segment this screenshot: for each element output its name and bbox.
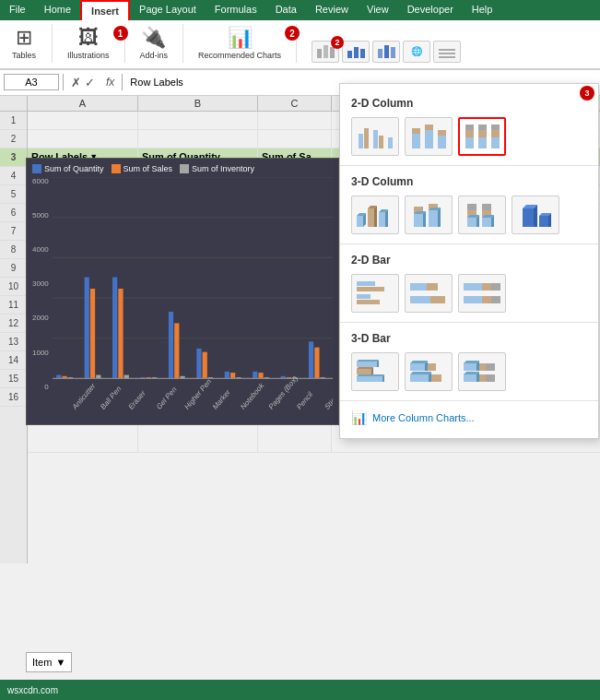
clustered-bar-btn[interactable] xyxy=(351,274,399,313)
legend-quantity-color xyxy=(32,164,41,173)
svg-rect-99 xyxy=(539,216,548,227)
tab-data[interactable]: Data xyxy=(266,0,306,20)
3d-clustered-bar-btn[interactable] xyxy=(351,352,399,391)
svg-rect-104 xyxy=(357,294,371,299)
svg-rect-45 xyxy=(309,341,313,378)
svg-marker-81 xyxy=(423,211,426,227)
3d-100stacked-bar-btn[interactable] xyxy=(458,352,506,391)
3d-stacked-btn[interactable] xyxy=(405,196,453,234)
svg-rect-2 xyxy=(330,47,335,58)
svg-rect-36 xyxy=(225,372,229,378)
tables-label: Tables xyxy=(12,51,36,61)
cell-a2[interactable] xyxy=(28,130,138,148)
tab-help[interactable]: Help xyxy=(463,0,502,20)
stacked-bar-btn[interactable] xyxy=(405,274,453,313)
item-label: Item xyxy=(32,657,52,668)
divider-3 xyxy=(340,322,598,323)
row-num-16: 16 xyxy=(0,388,27,407)
column-chart-btn-3[interactable] xyxy=(372,41,400,63)
svg-rect-96 xyxy=(523,208,534,227)
tab-home[interactable]: Home xyxy=(35,0,80,20)
row-num-10: 10 xyxy=(0,278,27,296)
bar-chart-area: Anticutter Ball Pen Eraser Gel Pen Highe… xyxy=(53,177,333,419)
100stacked-bar-btn[interactable] xyxy=(458,274,506,313)
tab-review[interactable]: Review xyxy=(306,0,358,20)
x-label-eraser: Eraser xyxy=(127,388,147,411)
legend-inventory-label: Sum of Inventory xyxy=(192,164,254,173)
svg-rect-25 xyxy=(118,289,123,378)
cell-c1[interactable] xyxy=(258,112,332,129)
cancel-icon[interactable]: ✗ xyxy=(71,76,81,89)
legend-sales-label: Sum of Sales xyxy=(124,164,173,173)
cell-b2[interactable] xyxy=(138,130,258,148)
svg-rect-0 xyxy=(317,49,322,58)
svg-rect-49 xyxy=(359,134,363,148)
stacked-column-btn[interactable] xyxy=(405,117,453,156)
column-chart-btn[interactable]: 2 xyxy=(312,41,339,63)
cell-b1[interactable] xyxy=(138,112,258,129)
svg-rect-7 xyxy=(384,45,389,58)
svg-rect-34 xyxy=(202,351,206,378)
tab-view[interactable]: View xyxy=(358,0,398,20)
col-header-a[interactable]: A xyxy=(28,96,138,111)
svg-rect-106 xyxy=(410,283,427,291)
ribbon-tabs: File Home Insert Page Layout Formulas Da… xyxy=(0,0,600,20)
svg-rect-54 xyxy=(412,134,420,148)
3d-clustered-btn[interactable] xyxy=(351,196,399,234)
row-num-8: 8 xyxy=(0,241,27,259)
recommended-charts-button[interactable]: 📊 Recommended Charts xyxy=(194,24,285,63)
svg-rect-8 xyxy=(391,47,395,58)
chart-area[interactable]: Sum of Quantity Sum of Sales Sum of Inve… xyxy=(26,158,339,425)
svg-rect-52 xyxy=(379,136,383,148)
divider-2 xyxy=(340,243,598,244)
svg-rect-6 xyxy=(378,49,382,58)
tab-insert[interactable]: Insert xyxy=(80,0,130,20)
tables-button[interactable]: ⊞ Tables xyxy=(7,24,41,63)
cell-reference[interactable] xyxy=(4,74,59,90)
cell-a1[interactable] xyxy=(28,112,138,129)
svg-rect-78 xyxy=(414,214,423,227)
svg-rect-112 xyxy=(491,283,500,291)
svg-marker-120 xyxy=(357,367,373,369)
3d-stacked-bar-btn[interactable] xyxy=(405,352,453,391)
row-num-15: 15 xyxy=(0,370,27,388)
svg-rect-125 xyxy=(410,363,425,371)
confirm-icon[interactable]: ✓ xyxy=(85,76,95,89)
col-header-b[interactable]: B xyxy=(138,96,258,111)
badge-3: 3 xyxy=(580,86,594,101)
3d-column-single-btn[interactable] xyxy=(512,196,559,234)
legend-sales-color xyxy=(112,164,121,173)
illustrations-button[interactable]: 🖼 Illustrations xyxy=(64,24,113,63)
divider-4 xyxy=(340,400,598,401)
badge-2: 2 xyxy=(285,26,300,41)
more-column-charts-link[interactable]: 📊 More Column Charts... xyxy=(340,405,598,431)
tab-developer[interactable]: Developer xyxy=(398,0,463,20)
tab-file[interactable]: File xyxy=(0,0,35,20)
3d-100stacked-btn[interactable] xyxy=(458,196,506,234)
svg-rect-58 xyxy=(438,136,446,148)
tab-pagelayout[interactable]: Page Layout xyxy=(130,0,206,20)
svg-rect-50 xyxy=(364,128,369,148)
misc-btn[interactable] xyxy=(433,41,461,63)
svg-rect-39 xyxy=(253,372,257,378)
row-num-2: 2 xyxy=(0,130,27,148)
globe-btn[interactable]: 🌐 xyxy=(403,41,430,63)
column-chart-btn-2[interactable] xyxy=(342,41,370,63)
chart-canvas: 6000 5000 4000 3000 2000 1000 0 xyxy=(32,177,333,419)
item-dropdown[interactable]: Item ▼ xyxy=(26,652,72,672)
2d-bar-icons xyxy=(340,270,598,318)
chart-legend: Sum of Quantity Sum of Sales Sum of Inve… xyxy=(32,164,333,173)
3d-column-icons xyxy=(340,192,598,240)
clustered-column-btn[interactable] xyxy=(351,117,399,156)
100stacked-column-btn[interactable] xyxy=(458,117,506,156)
chart-type-icons: 2 🌐 xyxy=(312,41,461,63)
svg-rect-108 xyxy=(410,296,430,303)
tab-formulas[interactable]: Formulas xyxy=(206,0,266,20)
col-header-c[interactable]: C xyxy=(258,96,332,111)
bar-chart-icon: 📊 xyxy=(351,410,367,425)
svg-rect-66 xyxy=(491,137,500,148)
cell-c2[interactable] xyxy=(258,130,332,148)
ribbon-group-recommended-charts: 📊 Recommended Charts 2 xyxy=(194,24,297,63)
addins-button[interactable]: 🔌 Add-ins xyxy=(136,24,172,63)
svg-marker-74 xyxy=(374,206,377,227)
